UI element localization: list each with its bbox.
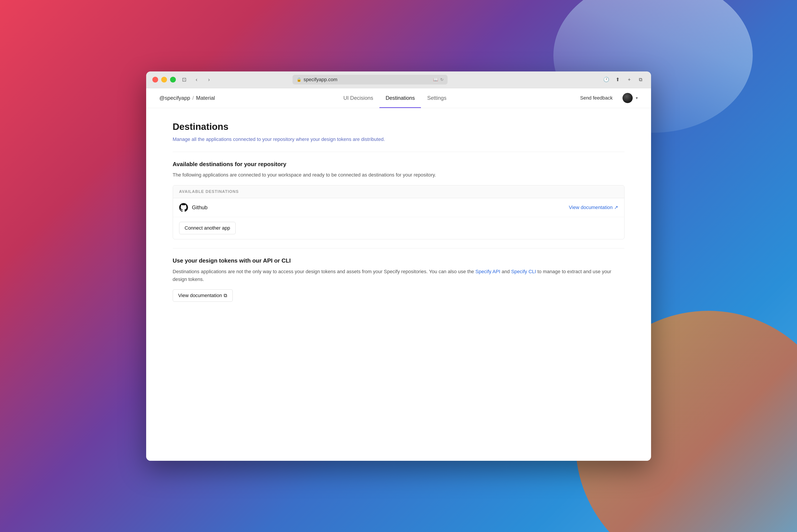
title-bar: ⊡ ‹ › 🔒 specifyapp.com 📖 ↻ 🕐 ⬆ + ⧉ <box>146 72 651 88</box>
browser-actions: 🕐 ⬆ + ⧉ <box>602 76 645 83</box>
github-destination-item: Github View documentation ↗ <box>173 198 624 217</box>
view-docs-label: View documentation <box>178 293 222 299</box>
chevron-down-icon: ▾ <box>636 96 638 100</box>
api-section-desc: Destinations applications are not the on… <box>173 268 624 283</box>
maximize-button[interactable] <box>170 77 176 82</box>
divider-1 <box>173 152 624 152</box>
api-cli-section: Use your design tokens with our API or C… <box>173 257 624 302</box>
external-link-icon: ↗ <box>614 205 618 210</box>
connect-another-app-row: Connect another app <box>173 217 624 239</box>
browser-window: ⊡ ‹ › 🔒 specifyapp.com 📖 ↻ 🕐 ⬆ + ⧉ @spec… <box>146 72 651 461</box>
destinations-card: AVAILABLE DESTINATIONS Github View docum… <box>173 185 624 239</box>
minimize-button[interactable] <box>161 77 167 82</box>
history-button[interactable]: 🕐 <box>602 76 610 83</box>
add-tab-button[interactable]: + <box>625 76 633 83</box>
github-icon <box>179 203 188 212</box>
view-documentation-button[interactable]: View documentation ⧉ <box>173 289 233 302</box>
main-content: Destinations Manage all the applications… <box>146 108 651 461</box>
nav-tabs: UI Decisions Destinations Settings <box>337 88 453 108</box>
specify-cli-link[interactable]: Specify CLI <box>511 269 536 274</box>
external-link-icon-2: ⧉ <box>224 293 227 299</box>
reload-icon[interactable]: ↻ <box>440 77 443 82</box>
tab-ui-decisions[interactable]: UI Decisions <box>337 88 379 108</box>
api-desc-middle: and <box>502 269 511 274</box>
page-title: Destinations <box>173 121 624 132</box>
avatar <box>622 93 633 103</box>
close-button[interactable] <box>152 77 158 82</box>
available-section-title: Available destinations for your reposito… <box>173 161 624 168</box>
address-bar[interactable]: 🔒 specifyapp.com 📖 ↻ <box>292 75 448 84</box>
user-menu[interactable]: ▾ <box>622 93 638 103</box>
github-name: Github <box>192 204 208 211</box>
duplicate-tab-button[interactable]: ⧉ <box>637 76 645 83</box>
lock-icon: 🔒 <box>296 77 302 82</box>
breadcrumb-separator: / <box>193 95 194 101</box>
app-content: @specifyapp / Material UI Decisions Dest… <box>146 88 651 461</box>
connect-another-app-button[interactable]: Connect another app <box>179 222 236 234</box>
page-subtitle: Manage all the applications connected to… <box>173 136 624 143</box>
api-section-title: Use your design tokens with our API or C… <box>173 257 624 264</box>
tab-manager-button[interactable]: ⊡ <box>180 76 188 83</box>
send-feedback-button[interactable]: Send feedback <box>575 93 618 103</box>
nav-bar: @specifyapp / Material UI Decisions Dest… <box>146 88 651 108</box>
available-section-desc: The following applications are connected… <box>173 171 624 178</box>
page-header: Destinations Manage all the applications… <box>173 121 624 143</box>
url-text: specifyapp.com <box>304 77 338 82</box>
traffic-lights <box>152 77 176 82</box>
api-desc-before: Destinations applications are not the on… <box>173 269 475 274</box>
view-documentation-link[interactable]: View documentation ↗ <box>569 205 618 210</box>
card-header: AVAILABLE DESTINATIONS <box>173 185 624 198</box>
avatar-image <box>622 93 633 103</box>
tab-destinations[interactable]: Destinations <box>379 88 421 108</box>
share-button[interactable]: ⬆ <box>614 76 622 83</box>
breadcrumb-org[interactable]: @specifyapp <box>160 95 190 101</box>
back-button[interactable]: ‹ <box>193 76 201 83</box>
available-destinations-section: Available destinations for your reposito… <box>173 161 624 239</box>
breadcrumb-repo[interactable]: Material <box>196 95 215 101</box>
nav-right: Send feedback ▾ <box>575 93 638 103</box>
breadcrumb: @specifyapp / Material <box>160 95 215 101</box>
reader-icon: 📖 <box>433 77 438 82</box>
forward-button[interactable]: › <box>205 76 213 83</box>
specify-api-link[interactable]: Specify API <box>475 269 501 274</box>
card-header-label: AVAILABLE DESTINATIONS <box>179 189 239 194</box>
tab-settings[interactable]: Settings <box>421 88 453 108</box>
